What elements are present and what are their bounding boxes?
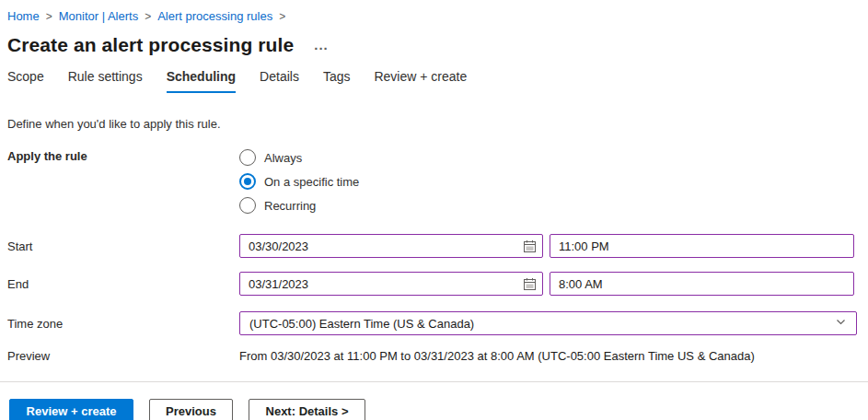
preview-value: From 03/30/2023 at 11:00 PM to 03/31/202… xyxy=(239,349,755,363)
radio-unselected-icon xyxy=(239,197,256,214)
breadcrumb-separator: > xyxy=(46,10,52,23)
tab-scope[interactable]: Scope xyxy=(7,68,44,93)
tab-scheduling[interactable]: Scheduling xyxy=(167,68,236,93)
end-time-input[interactable] xyxy=(550,272,854,296)
chevron-down-icon xyxy=(835,316,847,331)
breadcrumb-separator: > xyxy=(279,10,285,23)
radio-option-label: Always xyxy=(264,151,302,165)
footer-button-bar: Review + create Previous Next: Details > xyxy=(9,399,857,420)
start-date-input[interactable] xyxy=(239,234,543,258)
tab-details[interactable]: Details xyxy=(260,68,299,93)
tab-rule-settings[interactable]: Rule settings xyxy=(68,68,143,93)
end-fields xyxy=(239,272,854,296)
page-title: Create an alert processing rule xyxy=(7,32,294,57)
radio-option-always[interactable]: Always xyxy=(239,149,359,166)
time-zone-select[interactable]: (UTC-05:00) Eastern Time (US & Canada) xyxy=(239,311,857,335)
apply-rule-radio-group: Always On a specific time Recurring xyxy=(239,149,359,214)
preview-label: Preview xyxy=(7,349,239,363)
page-description: Define when you'd like to apply this rul… xyxy=(7,117,857,131)
tab-bar: Scope Rule settings Scheduling Details T… xyxy=(7,68,857,93)
breadcrumb-link-home[interactable]: Home xyxy=(7,9,40,23)
title-row: Create an alert processing rule ... xyxy=(7,32,857,57)
breadcrumb: Home>Monitor | Alerts>Alert processing r… xyxy=(7,9,857,24)
preview-row: Preview From 03/30/2023 at 11:00 PM to 0… xyxy=(7,349,857,363)
next-details-button[interactable]: Next: Details > xyxy=(249,399,365,420)
scheduling-page: Home>Monitor | Alerts>Alert processing r… xyxy=(0,0,868,420)
end-row: End xyxy=(7,272,857,296)
calendar-icon[interactable] xyxy=(522,276,537,291)
apply-rule-label: Apply the rule xyxy=(7,149,239,163)
radio-unselected-icon xyxy=(239,149,256,166)
time-zone-row: Time zone (UTC-05:00) Eastern Time (US &… xyxy=(7,311,857,335)
previous-button[interactable]: Previous xyxy=(149,399,233,420)
footer-divider xyxy=(0,381,868,382)
radio-option-on-a-specific-time[interactable]: On a specific time xyxy=(239,173,359,190)
radio-option-label: Recurring xyxy=(264,199,316,213)
review-create-button[interactable]: Review + create xyxy=(9,399,133,420)
end-label: End xyxy=(7,277,239,291)
radio-selected-icon xyxy=(239,173,256,190)
breadcrumb-separator: > xyxy=(145,10,151,23)
radio-option-recurring[interactable]: Recurring xyxy=(239,197,359,214)
breadcrumb-link-alert-processing-rules[interactable]: Alert processing rules xyxy=(157,9,272,23)
radio-option-label: On a specific time xyxy=(264,175,359,189)
end-date-wrap xyxy=(239,272,543,296)
start-date-wrap xyxy=(239,234,543,258)
time-zone-value: (UTC-05:00) Eastern Time (US & Canada) xyxy=(249,317,474,331)
start-fields xyxy=(239,234,854,258)
tab-tags[interactable]: Tags xyxy=(323,68,351,93)
tab-review-create[interactable]: Review + create xyxy=(374,68,467,93)
time-zone-label: Time zone xyxy=(7,317,239,331)
more-options-button[interactable]: ... xyxy=(314,41,329,50)
apply-rule-row: Apply the rule Always On a specific time… xyxy=(7,149,857,214)
start-row: Start xyxy=(7,234,857,258)
calendar-icon[interactable] xyxy=(522,239,537,253)
breadcrumb-link-monitor-alerts[interactable]: Monitor | Alerts xyxy=(59,9,138,23)
start-time-input[interactable] xyxy=(550,234,854,258)
end-date-input[interactable] xyxy=(239,272,543,296)
start-label: Start xyxy=(7,239,239,253)
